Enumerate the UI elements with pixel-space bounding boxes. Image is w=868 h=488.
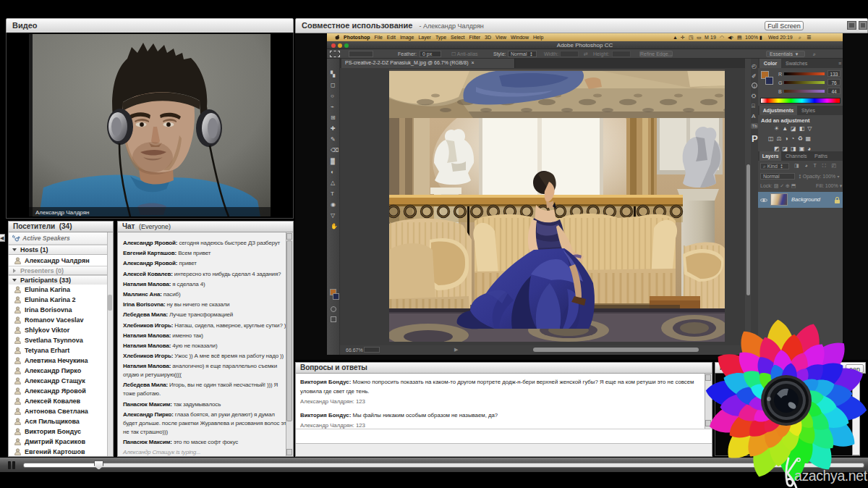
svg-text:Александр Чалдрян: Александр Чалдрян bbox=[35, 209, 89, 216]
svg-text:azachya.net: azachya.net bbox=[794, 468, 868, 484]
